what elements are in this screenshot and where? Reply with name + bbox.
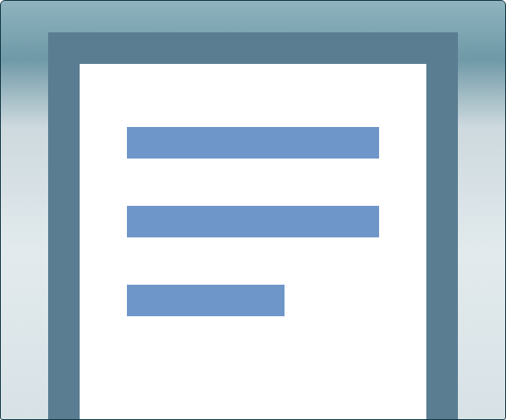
titlebar[interactable]: Öffnen BearbeitenAnsichtEinfügenFormatTa… [1, 1, 505, 25]
open-file-dialog: Öffnen BearbeitenAnsichtEinfügenFormatTa… [0, 0, 506, 420]
